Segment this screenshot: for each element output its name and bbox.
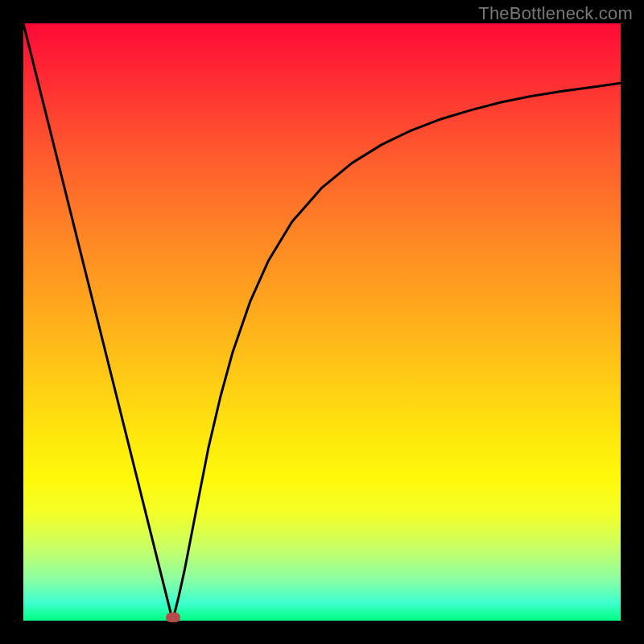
- minimum-marker: [166, 613, 180, 622]
- plot-area: [23, 23, 621, 621]
- bottleneck-curve: [23, 23, 621, 621]
- chart-frame: TheBottleneck.com: [0, 0, 644, 644]
- watermark-text: TheBottleneck.com: [478, 3, 633, 24]
